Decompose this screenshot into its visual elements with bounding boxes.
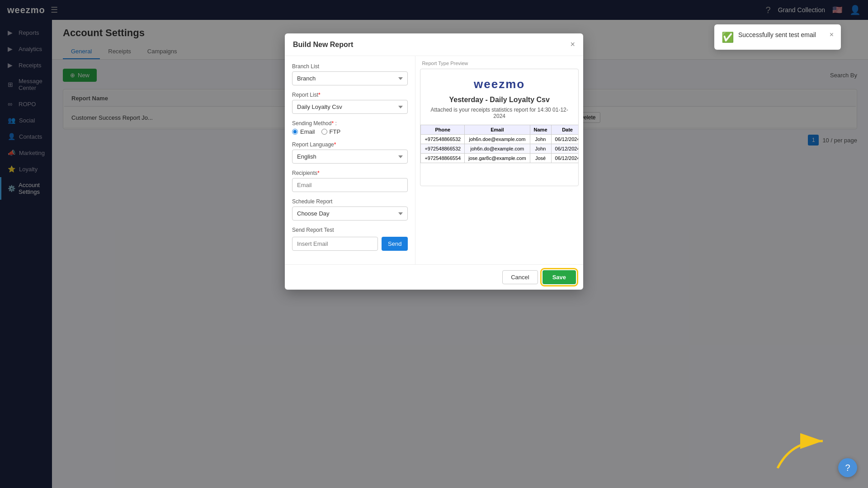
send-test-button[interactable]: Send — [382, 237, 408, 251]
report-language-label: Report Language* — [292, 141, 408, 148]
email-radio-group[interactable]: Email — [292, 128, 315, 135]
preview-title: Yesterday - Daily Loyalty Csv — [420, 96, 578, 104]
cancel-button[interactable]: Cancel — [502, 270, 538, 284]
report-list-label: Report List* — [292, 92, 408, 98]
help-fab-button[interactable]: ? — [838, 458, 857, 477]
toast-close-button[interactable]: × — [830, 31, 834, 39]
recipients-input[interactable] — [292, 178, 408, 192]
sending-method-options: Email FTP — [292, 128, 408, 135]
report-language-select[interactable]: English — [292, 150, 408, 164]
email-radio[interactable] — [292, 129, 298, 135]
preview-table: Phone Email Name Date +972548866532 joh6… — [420, 125, 579, 163]
preview-container: weezmo Yesterday - Daily Loyalty Csv Att… — [420, 69, 579, 186]
preview-col-email: Email — [465, 125, 530, 135]
modal-body: Branch List Branch Report List* Daily Lo… — [285, 56, 583, 264]
preview-col-phone: Phone — [421, 125, 465, 135]
modal-right-panel: Report Type Preview weezmo Yesterday - D… — [415, 56, 583, 264]
branch-list-select[interactable]: Branch — [292, 71, 408, 85]
save-button[interactable]: Save — [542, 270, 576, 284]
report-list-select[interactable]: Daily Loyalty Csv — [292, 100, 408, 114]
preview-row: +972548866532 joh6n.do@example.com John … — [421, 144, 579, 154]
schedule-report-label: Schedule Report — [292, 198, 408, 205]
preview-row: +972548866532 joh6n.doe@example.com John… — [421, 135, 579, 144]
modal-close-button[interactable]: × — [570, 40, 575, 49]
build-report-modal: Build New Report × Branch List Branch Re… — [285, 33, 583, 290]
report-language-group: Report Language* English — [292, 141, 408, 164]
send-test-row: Send — [292, 237, 408, 251]
ftp-radio-group[interactable]: FTP — [321, 128, 341, 135]
sending-method-group: Sending Method* : Email FTP — [292, 120, 408, 135]
send-test-group: Send Report Test Send — [292, 227, 408, 251]
modal-left-panel: Branch List Branch Report List* Daily Lo… — [285, 56, 415, 264]
preview-col-name: Name — [530, 125, 551, 135]
preview-row: +972548866554 jose.gar8c@example.com Jos… — [421, 154, 579, 163]
report-list-group: Report List* Daily Loyalty Csv — [292, 92, 408, 114]
sending-method-label: Sending Method* : — [292, 120, 408, 127]
toast-notification: ✅ Successfully sent test email × — [714, 24, 841, 50]
send-test-input[interactable] — [292, 237, 378, 251]
preview-col-date: Date — [551, 125, 579, 135]
toast-message: Successfully sent test email — [738, 31, 825, 40]
modal-header: Build New Report × — [285, 33, 583, 56]
branch-list-group: Branch List Branch — [292, 63, 408, 85]
schedule-report-select[interactable]: Choose Day — [292, 206, 408, 221]
modal-title: Build New Report — [293, 41, 353, 49]
ftp-radio[interactable] — [321, 129, 327, 135]
send-test-label: Send Report Test — [292, 227, 408, 233]
recipients-label: Recipients* — [292, 170, 408, 176]
preview-subtitle: Attached is your receipts statistics rep… — [420, 107, 578, 119]
preview-label: Report Type Preview — [415, 56, 583, 69]
schedule-report-group: Schedule Report Choose Day — [292, 198, 408, 221]
recipients-group: Recipients* — [292, 170, 408, 192]
preview-logo: weezmo — [420, 69, 578, 96]
branch-list-label: Branch List — [292, 63, 408, 70]
modal-footer: Cancel Save — [285, 264, 583, 290]
success-icon: ✅ — [722, 32, 734, 43]
